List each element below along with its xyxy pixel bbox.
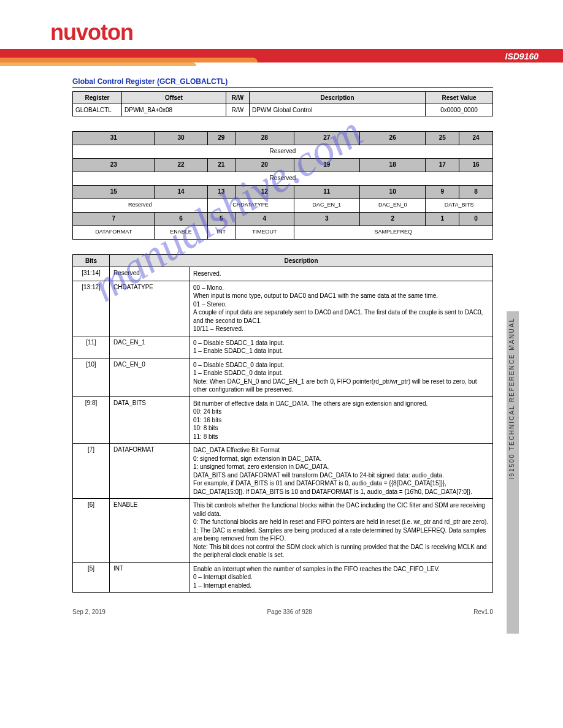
desc-name: DAC_EN_1 [110, 336, 190, 358]
desc-bits: [13:12] [73, 281, 110, 336]
bit-field: DATAFORMAT [73, 226, 155, 240]
desc-text: Reserved. [190, 267, 493, 281]
bit-field: Reserved [73, 145, 493, 159]
register-title: Global Control Register (GCR_GLOBALCTL) [72, 77, 493, 88]
footer-date: Sep 2, 2019 [72, 609, 105, 615]
bitmap-table: 31 30 29 28 27 26 25 24 Reserved 23 22 2… [72, 131, 493, 240]
bit-field: ENABLE [155, 226, 207, 240]
bit-num: 11 [294, 186, 359, 199]
bit-field: DATA_BITS [426, 199, 493, 213]
desc-bits: [31:14] [73, 267, 110, 281]
bit-num: 26 [359, 132, 425, 145]
bit-num: 16 [459, 159, 493, 172]
bit-num: 0 [459, 213, 493, 226]
bit-num: 13 [207, 186, 235, 199]
bit-num: 15 [73, 186, 155, 199]
bit-num: 9 [426, 186, 459, 199]
bit-num: 1 [426, 213, 459, 226]
bit-field: INT [207, 226, 235, 240]
desc-name: DAC_EN_0 [110, 358, 190, 396]
bit-num: 23 [73, 159, 155, 172]
sidebar-text: I91500 TECHNICAL REFERENCE MANUAL [507, 311, 517, 485]
overview-val-register: GLOBALCTL [73, 104, 122, 116]
footer-rev: Rev1.0 [473, 609, 493, 615]
overview-hdr-rw: R/W [226, 92, 250, 104]
overview-val-reset: 0x0000_0000 [426, 104, 493, 116]
footer-page: Page 336 of 928 [267, 609, 312, 615]
chip-title: ISD9160 [505, 51, 538, 61]
bit-num: 21 [207, 159, 235, 172]
overview-hdr-register: Register [73, 92, 122, 104]
desc-bits: [10] [73, 358, 110, 396]
page-footer: Sep 2, 2019 Page 336 of 928 Rev1.0 [0, 593, 563, 634]
bit-num: 18 [359, 159, 425, 172]
bit-num: 14 [155, 186, 207, 199]
bit-num: 28 [235, 132, 294, 145]
bit-num: 20 [235, 159, 294, 172]
desc-name: ENABLE [110, 499, 190, 563]
bit-field: DAC_EN_1 [294, 199, 359, 213]
bit-num: 19 [294, 159, 359, 172]
bit-num: 4 [235, 213, 294, 226]
desc-text: DAC_DATA Effective Bit Format 0: signed … [190, 444, 493, 499]
bit-num: 22 [155, 159, 207, 172]
bit-num: 24 [459, 132, 493, 145]
overview-hdr-desc: Description [250, 92, 426, 104]
header-banner: ISD9160 [0, 49, 563, 71]
desc-hdr-bits: Bits [73, 255, 110, 267]
bit-num: 17 [426, 159, 459, 172]
desc-hdr-description: Description [110, 255, 493, 267]
bit-field: TIMEOUT [235, 226, 294, 240]
bit-field: CHDATATYPE [207, 199, 294, 213]
bit-num: 7 [73, 213, 155, 226]
desc-text: Bit number of effective data in DAC_DATA… [190, 396, 493, 444]
bit-num: 12 [235, 186, 294, 199]
bit-field: DAC_EN_0 [359, 199, 425, 213]
desc-name: DATA_BITS [110, 396, 190, 444]
desc-text: 0 – Disable SDADC_0 data input. 1 – Enab… [190, 358, 493, 396]
bit-field: Reserved [73, 199, 208, 213]
desc-name: DATAFORMAT [110, 444, 190, 499]
register-overview-table: Register Offset R/W Description Reset Va… [72, 91, 493, 116]
bit-num: 6 [155, 213, 207, 226]
bit-num: 3 [294, 213, 359, 226]
desc-bits: [7] [73, 444, 110, 499]
bit-num: 29 [207, 132, 235, 145]
overview-hdr-reset: Reset Value [426, 92, 493, 104]
desc-text: This bit controls whether the functional… [190, 499, 493, 563]
overview-val-desc: DPWM Global Control [250, 104, 426, 116]
desc-bits: [11] [73, 336, 110, 358]
overview-val-offset: DPWM_BA+0x08 [122, 104, 226, 116]
bit-num: 27 [294, 132, 359, 145]
overview-hdr-offset: Offset [122, 92, 226, 104]
desc-bits: [5] [73, 562, 110, 593]
bit-num: 30 [155, 132, 207, 145]
desc-name: INT [110, 562, 190, 593]
bit-num: 10 [359, 186, 425, 199]
desc-name: Reserved [110, 267, 190, 281]
desc-name: CHDATATYPE [110, 281, 190, 336]
bit-num: 2 [359, 213, 425, 226]
bit-field: Reserved [73, 172, 493, 186]
desc-bits: [6] [73, 499, 110, 563]
sidebar-label: I91500 TECHNICAL REFERENCE MANUAL [507, 311, 519, 634]
description-table: Bits Description [31:14] Reserved Reserv… [72, 254, 493, 593]
bit-num: 5 [207, 213, 235, 226]
bit-num: 25 [426, 132, 459, 145]
overview-val-rw: R/W [226, 104, 250, 116]
desc-text: 0 – Disable SDADC_1 data input. 1 – Enab… [190, 336, 493, 358]
bit-num: 31 [73, 132, 155, 145]
brand-logo: nuvoTon [0, 0, 563, 49]
desc-text: Enable an interrupt when the number of s… [190, 562, 493, 593]
desc-text: 00 – Mono. When input is mono type, outp… [190, 281, 493, 336]
bit-field: SAMPLEFREQ [294, 226, 492, 240]
bit-num: 8 [459, 186, 493, 199]
desc-bits: [9:8] [73, 396, 110, 444]
